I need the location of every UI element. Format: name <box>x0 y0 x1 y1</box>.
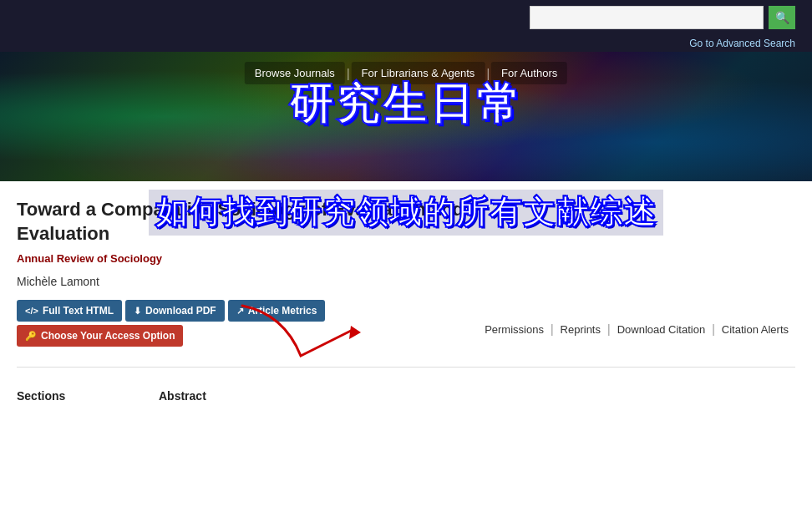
article-metrics-button[interactable]: ↗ Article Metrics <box>228 300 326 322</box>
full-text-html-button[interactable]: </> Full Text HTML <box>17 300 122 322</box>
reprints-link[interactable]: Reprints <box>554 323 607 336</box>
page-wrapper: 🔍 Go to Advanced Search Browse Journals … <box>0 0 812 507</box>
advanced-search-bar: Go to Advanced Search <box>0 35 812 52</box>
chinese-main-text: 研究生日常 <box>289 79 523 128</box>
choose-access-button[interactable]: 🔑 Choose Your Access Option <box>17 325 183 347</box>
key-icon: 🔑 <box>25 331 37 342</box>
content-area: 如何找到研究领域的所有文献综述 Toward a Comparative Soc… <box>0 181 812 368</box>
author-name: Michèle Lamont <box>17 275 795 288</box>
chinese-main-overlay: 研究生日常 <box>289 75 523 134</box>
search-button[interactable]: 🔍 <box>769 6 795 29</box>
abstract-title: Abstract <box>159 389 795 403</box>
search-icon: 🔍 <box>775 11 789 24</box>
sections-column: Sections <box>17 389 134 409</box>
full-text-label: Full Text HTML <box>43 305 114 317</box>
journal-name: Annual Review of Sociology <box>17 252 795 265</box>
metrics-label: Article Metrics <box>248 305 317 317</box>
content-wrapper: 如何找到研究领域的所有文献综述 Toward a Comparative Soc… <box>0 181 812 409</box>
bottom-area: Sections Abstract <box>0 376 812 409</box>
top-bar: 🔍 <box>0 0 812 35</box>
pdf-icon: ⬇ <box>134 306 141 317</box>
action-buttons: </> Full Text HTML ⬇ Download PDF ↗ Arti… <box>17 300 478 347</box>
sections-title: Sections <box>17 389 134 403</box>
download-pdf-button[interactable]: ⬇ Download PDF <box>125 300 225 322</box>
download-citation-link[interactable]: Download Citation <box>611 323 713 336</box>
code-icon: </> <box>25 306 38 316</box>
hero-banner: Browse Journals | For Librarians & Agent… <box>0 52 812 181</box>
search-box: 🔍 <box>530 6 795 29</box>
actions-row: </> Full Text HTML ⬇ Download PDF ↗ Arti… <box>17 300 795 358</box>
advanced-search-link[interactable]: Go to Advanced Search <box>689 38 795 49</box>
article-title: Toward a Comparative Sociology of Evalua… <box>17 198 560 246</box>
abstract-column: Abstract <box>159 389 795 409</box>
access-label: Choose Your Access Option <box>41 330 175 342</box>
pdf-label: Download PDF <box>145 305 216 317</box>
metrics-icon: ↗ <box>236 306 244 317</box>
divider <box>17 367 795 368</box>
text-links: Permissions | Reprints | Download Citati… <box>485 322 795 336</box>
permissions-link[interactable]: Permissions <box>485 323 551 336</box>
citation-alerts-link[interactable]: Citation Alerts <box>715 323 795 336</box>
search-input[interactable] <box>530 6 764 29</box>
